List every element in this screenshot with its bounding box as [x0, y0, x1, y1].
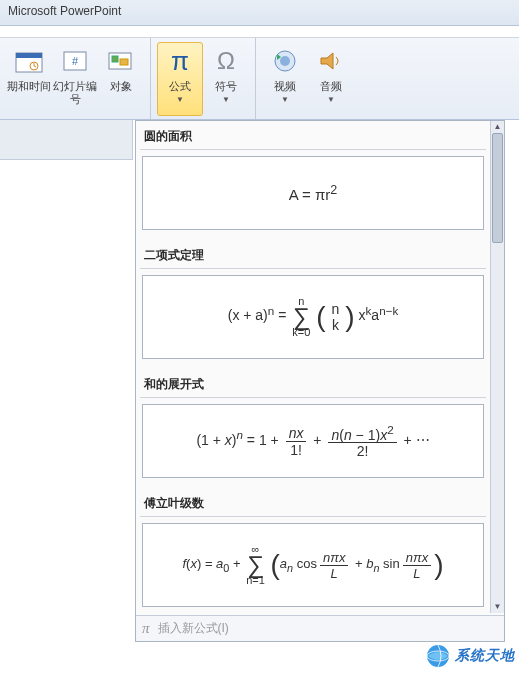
insert-new-equation-label: 插入新公式(I) [158, 620, 229, 637]
date-time-icon [13, 45, 45, 77]
svg-point-13 [280, 56, 290, 66]
equation-option-sum-expansion[interactable]: (1 + x)n = 1 + nx1! + n(n − 1)x22! + ⋯ [142, 404, 484, 478]
equation-option-circle-area[interactable]: A = πr2 [142, 156, 484, 230]
watermark-text: 系统天地 [455, 647, 515, 665]
svg-text:Ω: Ω [217, 47, 235, 74]
audio-label: 音频 [320, 80, 342, 93]
formula-fourier: f(x) = a0 + ∞∑n=1 (an cosnπxL + bn sinnπ… [182, 544, 443, 585]
ribbon-tab-strip [0, 26, 519, 38]
equation-label: 公式 [169, 80, 191, 93]
section-header-binomial: 二项式定理 [140, 240, 486, 269]
date-time-label: 期和时间 [7, 80, 51, 93]
dropdown-arrow-icon: ▼ [327, 95, 335, 104]
formula-sum-expansion: (1 + x)n = 1 + nx1! + n(n − 1)x22! + ⋯ [196, 423, 429, 460]
section-header-fourier: 傅立叶级数 [140, 488, 486, 517]
audio-button[interactable]: 音频 ▼ [308, 42, 354, 116]
ribbon: 期和时间 # 幻灯片编号 对象 π 公式 ▼ Ω 符号 [0, 38, 519, 120]
ribbon-group-text: 期和时间 # 幻灯片编号 对象 [0, 38, 151, 119]
scroll-down-arrow-icon[interactable]: ▼ [491, 601, 504, 613]
equation-option-fourier[interactable]: f(x) = a0 + ∞∑n=1 (an cosnπxL + bn sinnπ… [142, 523, 484, 607]
formula-binomial: (x + a)n = n∑k=0 (nk) xkan−k [228, 296, 399, 337]
ribbon-group-symbols: π 公式 ▼ Ω 符号 ▼ [151, 38, 256, 119]
object-icon [105, 45, 137, 77]
date-time-button[interactable]: 期和时间 [6, 42, 52, 116]
video-icon [269, 45, 301, 77]
equation-gallery-dropdown: 圆的面积 A = πr2 二项式定理 (x + a)n = n∑k=0 (nk)… [135, 120, 505, 642]
dropdown-arrow-icon: ▼ [222, 95, 230, 104]
video-label: 视频 [274, 80, 296, 93]
svg-marker-15 [321, 53, 333, 69]
svg-text:#: # [72, 55, 79, 67]
svg-rect-9 [120, 59, 128, 65]
symbol-button[interactable]: Ω 符号 ▼ [203, 42, 249, 116]
slide-number-icon: # [59, 45, 91, 77]
scroll-up-arrow-icon[interactable]: ▲ [491, 121, 504, 133]
gallery-scrollbar[interactable]: ▲ ▼ [490, 121, 504, 613]
pi-icon: π [164, 45, 196, 77]
app-title: Microsoft PowerPoint [8, 4, 121, 18]
ribbon-group-media: 视频 ▼ 音频 ▼ [256, 38, 360, 119]
gallery-footer[interactable]: π 插入新公式(I) [136, 615, 504, 641]
scrollbar-thumb[interactable] [492, 133, 503, 243]
section-header-circle-area: 圆的面积 [140, 121, 486, 150]
slide-thumbnail-panel [0, 120, 133, 160]
globe-icon [425, 643, 451, 669]
slide-number-button[interactable]: # 幻灯片编号 [52, 42, 98, 116]
watermark: 系统天地 [425, 643, 515, 669]
svg-text:π: π [171, 46, 189, 76]
equation-button[interactable]: π 公式 ▼ [157, 42, 203, 116]
video-button[interactable]: 视频 ▼ [262, 42, 308, 116]
dropdown-arrow-icon: ▼ [281, 95, 289, 104]
equation-gallery-scroll: 圆的面积 A = πr2 二项式定理 (x + a)n = n∑k=0 (nk)… [136, 121, 490, 613]
pi-icon: π [142, 620, 150, 637]
title-bar: Microsoft PowerPoint [0, 0, 519, 26]
symbol-label: 符号 [215, 80, 237, 93]
dropdown-arrow-icon: ▼ [176, 95, 184, 104]
slide-number-label: 幻灯片编号 [53, 80, 97, 105]
audio-icon [315, 45, 347, 77]
section-header-sum-expansion: 和的展开式 [140, 369, 486, 398]
object-button[interactable]: 对象 [98, 42, 144, 116]
svg-rect-1 [16, 53, 42, 58]
svg-rect-8 [112, 56, 118, 62]
equation-option-binomial[interactable]: (x + a)n = n∑k=0 (nk) xkan−k [142, 275, 484, 359]
formula-circle-area: A = πr2 [289, 183, 338, 203]
object-label: 对象 [110, 80, 132, 93]
omega-icon: Ω [210, 45, 242, 77]
